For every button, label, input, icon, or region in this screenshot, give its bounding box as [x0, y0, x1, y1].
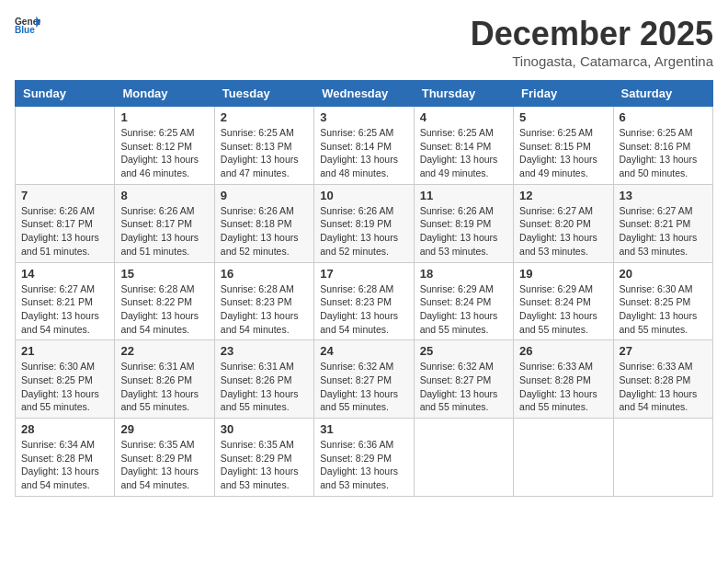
day-info: Sunrise: 6:26 AM Sunset: 8:17 PM Dayligh…	[120, 204, 208, 259]
day-number: 13	[620, 189, 707, 202]
day-info: Sunrise: 6:27 AM Sunset: 8:21 PM Dayligh…	[21, 282, 108, 337]
day-info: Sunrise: 6:32 AM Sunset: 8:27 PM Dayligh…	[320, 360, 407, 414]
day-number: 12	[519, 189, 607, 202]
day-info: Sunrise: 6:31 AM Sunset: 8:26 PM Dayligh…	[221, 360, 308, 414]
calendar-cell: 21Sunrise: 6:30 AM Sunset: 8:25 PM Dayli…	[16, 340, 115, 419]
calendar-cell: 17Sunrise: 6:28 AM Sunset: 8:23 PM Dayli…	[314, 262, 414, 340]
calendar-cell: 25Sunrise: 6:32 AM Sunset: 8:27 PM Dayli…	[414, 340, 513, 419]
calendar-cell: 30Sunrise: 6:35 AM Sunset: 8:29 PM Dayli…	[214, 419, 313, 497]
day-info: Sunrise: 6:25 AM Sunset: 8:12 PM Dayligh…	[120, 126, 208, 180]
week-row-3: 14Sunrise: 6:27 AM Sunset: 8:21 PM Dayli…	[16, 262, 713, 340]
calendar-cell: 22Sunrise: 6:31 AM Sunset: 8:26 PM Dayli…	[115, 340, 214, 419]
day-info: Sunrise: 6:35 AM Sunset: 8:29 PM Dayligh…	[221, 438, 308, 492]
calendar-cell: 16Sunrise: 6:28 AM Sunset: 8:23 PM Dayli…	[214, 262, 313, 340]
day-info: Sunrise: 6:28 AM Sunset: 8:23 PM Dayligh…	[320, 282, 407, 337]
day-info: Sunrise: 6:28 AM Sunset: 8:23 PM Dayligh…	[221, 282, 308, 337]
day-number: 19	[519, 267, 607, 281]
day-number: 9	[221, 189, 308, 202]
calendar-cell: 26Sunrise: 6:33 AM Sunset: 8:28 PM Dayli…	[514, 340, 613, 419]
calendar-cell: 23Sunrise: 6:31 AM Sunset: 8:26 PM Dayli…	[214, 340, 313, 419]
day-info: Sunrise: 6:25 AM Sunset: 8:15 PM Dayligh…	[519, 126, 607, 180]
day-number: 27	[620, 344, 707, 358]
week-row-1: 1Sunrise: 6:25 AM Sunset: 8:12 PM Daylig…	[16, 107, 713, 185]
day-number: 4	[420, 110, 507, 124]
calendar-cell: 15Sunrise: 6:28 AM Sunset: 8:22 PM Dayli…	[115, 262, 214, 340]
day-info: Sunrise: 6:27 AM Sunset: 8:21 PM Dayligh…	[620, 204, 707, 259]
weekday-header-saturday: Saturday	[613, 81, 712, 107]
day-number: 24	[320, 344, 407, 358]
calendar-cell: 11Sunrise: 6:26 AM Sunset: 8:19 PM Dayli…	[414, 184, 513, 262]
day-number: 26	[519, 344, 607, 358]
day-number: 31	[320, 422, 407, 436]
day-info: Sunrise: 6:25 AM Sunset: 8:13 PM Dayligh…	[221, 126, 308, 180]
day-number: 18	[420, 267, 507, 281]
weekday-header-tuesday: Tuesday	[214, 81, 313, 107]
day-info: Sunrise: 6:29 AM Sunset: 8:24 PM Dayligh…	[519, 282, 607, 337]
calendar-cell: 28Sunrise: 6:34 AM Sunset: 8:28 PM Dayli…	[16, 419, 115, 497]
month-title: December 2025	[471, 15, 713, 53]
calendar-cell: 9Sunrise: 6:26 AM Sunset: 8:18 PM Daylig…	[214, 184, 313, 262]
logo: General Blue	[15, 15, 40, 35]
calendar-cell: 7Sunrise: 6:26 AM Sunset: 8:17 PM Daylig…	[16, 184, 115, 262]
calendar-table: SundayMondayTuesdayWednesdayThursdayFrid…	[15, 80, 713, 497]
day-number: 17	[320, 267, 407, 281]
weekday-header-thursday: Thursday	[414, 81, 513, 107]
weekday-header-monday: Monday	[115, 81, 214, 107]
week-row-2: 7Sunrise: 6:26 AM Sunset: 8:17 PM Daylig…	[16, 184, 713, 262]
calendar-cell	[613, 419, 712, 497]
day-info: Sunrise: 6:26 AM Sunset: 8:17 PM Dayligh…	[21, 204, 108, 259]
day-info: Sunrise: 6:25 AM Sunset: 8:14 PM Dayligh…	[420, 126, 507, 180]
day-info: Sunrise: 6:26 AM Sunset: 8:19 PM Dayligh…	[420, 204, 507, 259]
day-number: 3	[320, 110, 407, 124]
calendar-cell	[514, 419, 613, 497]
day-number: 14	[21, 267, 108, 281]
day-info: Sunrise: 6:34 AM Sunset: 8:28 PM Dayligh…	[21, 438, 108, 492]
day-number: 30	[221, 422, 308, 436]
day-info: Sunrise: 6:35 AM Sunset: 8:29 PM Dayligh…	[120, 438, 208, 492]
day-number: 5	[519, 110, 607, 124]
day-number: 23	[221, 344, 308, 358]
day-info: Sunrise: 6:25 AM Sunset: 8:14 PM Dayligh…	[320, 126, 407, 180]
calendar-cell: 29Sunrise: 6:35 AM Sunset: 8:29 PM Dayli…	[115, 419, 214, 497]
calendar-cell: 4Sunrise: 6:25 AM Sunset: 8:14 PM Daylig…	[414, 107, 513, 185]
day-number: 20	[620, 267, 707, 281]
day-info: Sunrise: 6:30 AM Sunset: 8:25 PM Dayligh…	[21, 360, 108, 414]
calendar-cell: 1Sunrise: 6:25 AM Sunset: 8:12 PM Daylig…	[115, 107, 214, 185]
calendar-cell: 5Sunrise: 6:25 AM Sunset: 8:15 PM Daylig…	[514, 107, 613, 185]
day-number: 21	[21, 344, 108, 358]
day-number: 10	[320, 189, 407, 202]
calendar-cell: 24Sunrise: 6:32 AM Sunset: 8:27 PM Dayli…	[314, 340, 414, 419]
day-number: 6	[620, 110, 707, 124]
day-info: Sunrise: 6:29 AM Sunset: 8:24 PM Dayligh…	[420, 282, 507, 337]
day-number: 1	[120, 110, 208, 124]
day-info: Sunrise: 6:26 AM Sunset: 8:18 PM Dayligh…	[221, 204, 308, 259]
calendar-cell: 14Sunrise: 6:27 AM Sunset: 8:21 PM Dayli…	[16, 262, 115, 340]
calendar-cell: 31Sunrise: 6:36 AM Sunset: 8:29 PM Dayli…	[314, 419, 414, 497]
calendar-cell: 19Sunrise: 6:29 AM Sunset: 8:24 PM Dayli…	[514, 262, 613, 340]
week-row-5: 28Sunrise: 6:34 AM Sunset: 8:28 PM Dayli…	[16, 419, 713, 497]
day-info: Sunrise: 6:28 AM Sunset: 8:22 PM Dayligh…	[120, 282, 208, 337]
day-number: 22	[120, 344, 208, 358]
calendar-cell: 6Sunrise: 6:25 AM Sunset: 8:16 PM Daylig…	[613, 107, 712, 185]
day-info: Sunrise: 6:30 AM Sunset: 8:25 PM Dayligh…	[620, 282, 707, 337]
day-info: Sunrise: 6:36 AM Sunset: 8:29 PM Dayligh…	[320, 438, 407, 492]
day-number: 16	[221, 267, 308, 281]
location-subtitle: Tinogasta, Catamarca, Argentina	[471, 53, 713, 69]
weekday-header-sunday: Sunday	[16, 81, 115, 107]
day-number: 2	[221, 110, 308, 124]
calendar-cell: 10Sunrise: 6:26 AM Sunset: 8:19 PM Dayli…	[314, 184, 414, 262]
day-number: 15	[120, 267, 208, 281]
week-row-4: 21Sunrise: 6:30 AM Sunset: 8:25 PM Dayli…	[16, 340, 713, 419]
day-number: 8	[120, 189, 208, 202]
day-number: 29	[120, 422, 208, 436]
calendar-cell: 2Sunrise: 6:25 AM Sunset: 8:13 PM Daylig…	[214, 107, 313, 185]
day-number: 11	[420, 189, 507, 202]
calendar-cell: 18Sunrise: 6:29 AM Sunset: 8:24 PM Dayli…	[414, 262, 513, 340]
calendar-cell	[16, 107, 115, 185]
header: General Blue December 2025 Tinogasta, Ca…	[15, 15, 713, 69]
weekday-header-row: SundayMondayTuesdayWednesdayThursdayFrid…	[16, 81, 713, 107]
day-number: 28	[21, 422, 108, 436]
calendar-cell: 13Sunrise: 6:27 AM Sunset: 8:21 PM Dayli…	[613, 184, 712, 262]
calendar-cell	[414, 419, 513, 497]
day-info: Sunrise: 6:26 AM Sunset: 8:19 PM Dayligh…	[320, 204, 407, 259]
